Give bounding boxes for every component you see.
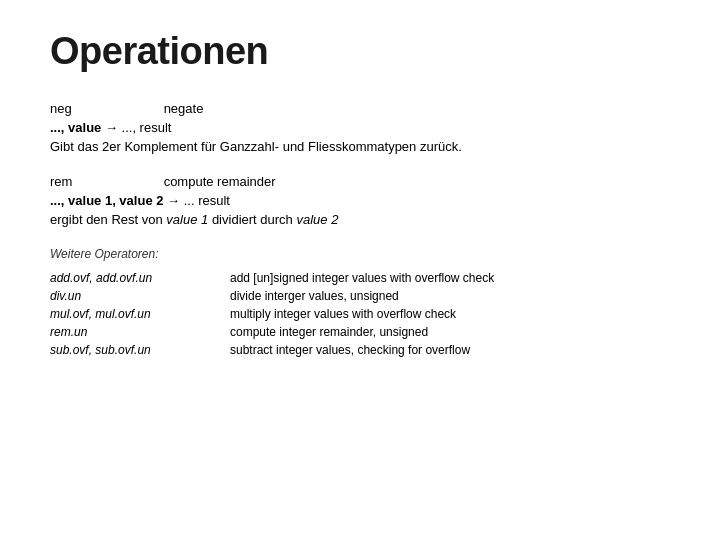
further-ops-label: Weitere Operatoren: <box>50 247 670 261</box>
further-ops-table: add.ovf, add.ovf.unadd [un]signed intege… <box>50 269 670 359</box>
neg-signature: ..., value → ..., result <box>50 120 670 135</box>
rem-op-row: rem compute remainder <box>50 174 670 189</box>
neg-sig-before-arrow: ..., value → <box>50 120 118 135</box>
further-ops-row: mul.ovf, mul.ovf.unmultiply integer valu… <box>50 305 670 323</box>
page-title: Operationen <box>50 30 670 73</box>
further-ops-value: multiply integer values with overflow ch… <box>230 305 670 323</box>
rem-description: ergibt den Rest von value 1 dividiert du… <box>50 212 670 227</box>
further-ops-row: sub.ovf, sub.ovf.unsubtract integer valu… <box>50 341 670 359</box>
rem-op-name: rem <box>50 174 160 189</box>
rem-sig-content: ..., value 1, value 2 → <box>50 193 180 208</box>
further-ops-key: sub.ovf, sub.ovf.un <box>50 341 230 359</box>
rem-desc-em2: value 2 <box>296 212 338 227</box>
further-ops-tbody: add.ovf, add.ovf.unadd [un]signed intege… <box>50 269 670 359</box>
section-further-ops: Weitere Operatoren: add.ovf, add.ovf.una… <box>50 247 670 359</box>
neg-op-name: neg <box>50 101 160 116</box>
further-ops-value: compute integer remainder, unsigned <box>230 323 670 341</box>
rem-op-desc: compute remainder <box>164 174 276 189</box>
rem-signature: ..., value 1, value 2 → ... result <box>50 193 670 208</box>
further-ops-row: add.ovf, add.ovf.unadd [un]signed intege… <box>50 269 670 287</box>
neg-op-desc: negate <box>164 101 204 116</box>
section-neg: neg negate ..., value → ..., result Gibt… <box>50 101 670 154</box>
further-ops-key: div.un <box>50 287 230 305</box>
further-ops-row: rem.uncompute integer remainder, unsigne… <box>50 323 670 341</box>
further-ops-value: subtract integer values, checking for ov… <box>230 341 670 359</box>
further-ops-row: div.undivide interger values, unsigned <box>50 287 670 305</box>
rem-desc-em1: value 1 <box>166 212 208 227</box>
further-ops-key: mul.ovf, mul.ovf.un <box>50 305 230 323</box>
further-ops-key: add.ovf, add.ovf.un <box>50 269 230 287</box>
neg-description: Gibt das 2er Komplement für Ganzzahl- un… <box>50 139 670 154</box>
further-ops-key: rem.un <box>50 323 230 341</box>
neg-sig-result: ..., result <box>122 120 172 135</box>
section-rem: rem compute remainder ..., value 1, valu… <box>50 174 670 227</box>
further-ops-value: divide interger values, unsigned <box>230 287 670 305</box>
rem-sig-result: ... result <box>184 193 230 208</box>
page: Operationen neg negate ..., value → ...,… <box>0 0 720 409</box>
neg-op-row: neg negate <box>50 101 670 116</box>
further-ops-value: add [un]signed integer values with overf… <box>230 269 670 287</box>
